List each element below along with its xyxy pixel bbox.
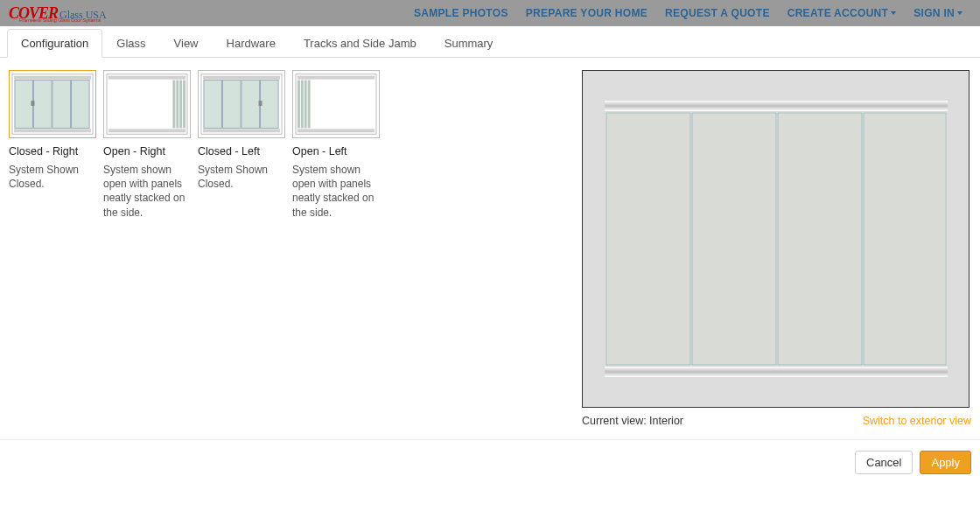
svg-rect-36	[864, 113, 946, 365]
svg-rect-3	[15, 80, 33, 129]
svg-rect-27	[301, 80, 304, 129]
nav-sign-in[interactable]: SIGN IN	[914, 7, 962, 19]
option-closed-left[interactable]: Closed - Left System Shown Closed.	[198, 70, 285, 427]
tab-hardware[interactable]: Hardware	[213, 29, 290, 58]
option-closed-right[interactable]: Closed - Right System Shown Closed.	[9, 70, 96, 427]
svg-rect-25	[298, 129, 374, 132]
option-desc: System Shown Closed.	[9, 163, 96, 191]
svg-rect-13	[179, 80, 182, 129]
svg-rect-10	[108, 129, 186, 132]
option-title: Open - Left	[292, 145, 380, 158]
svg-rect-19	[222, 80, 241, 129]
option-open-right[interactable]: Open - Right System shown open with pane…	[103, 70, 191, 427]
svg-rect-22	[259, 101, 262, 106]
svg-rect-17	[203, 129, 280, 132]
nav-sign-in-label: SIGN IN	[914, 7, 955, 19]
switch-view-link[interactable]: Switch to exterior view	[863, 415, 971, 427]
option-title: Open - Right	[103, 145, 191, 158]
footer-actions: Cancel Apply	[0, 439, 980, 485]
chevron-down-icon	[957, 11, 962, 15]
option-open-left[interactable]: Open - Left System shown open with panel…	[292, 70, 380, 427]
tab-configuration[interactable]: Configuration	[7, 29, 102, 58]
svg-rect-32	[605, 367, 948, 377]
thumb-closed-left	[198, 70, 285, 138]
tab-glass[interactable]: Glass	[102, 29, 159, 58]
svg-rect-28	[304, 80, 307, 129]
svg-rect-24	[298, 76, 374, 80]
svg-rect-2	[14, 129, 91, 132]
svg-rect-9	[108, 76, 186, 80]
svg-rect-21	[261, 80, 279, 129]
svg-rect-35	[778, 113, 862, 365]
svg-rect-16	[203, 76, 280, 80]
thumb-closed-right	[9, 70, 96, 138]
svg-rect-12	[176, 80, 178, 129]
tab-tracks[interactable]: Tracks and Side Jamb	[290, 29, 430, 58]
option-desc: System shown open with panels neatly sta…	[103, 163, 191, 220]
nav-prepare-home[interactable]: PREPARE YOUR HOME	[526, 7, 648, 19]
svg-rect-20	[242, 80, 260, 129]
preview-area: Current view: Interior Switch to exterio…	[582, 70, 971, 427]
svg-rect-7	[32, 101, 35, 106]
thumb-open-right	[103, 70, 191, 138]
thumb-open-left	[292, 70, 380, 138]
option-desc: System Shown Closed.	[198, 163, 285, 191]
nav-create-account[interactable]: CREATE ACCOUNT	[788, 7, 897, 19]
nav-sample-photos[interactable]: SAMPLE PHOTOS	[414, 7, 508, 19]
tab-view[interactable]: View	[160, 29, 213, 58]
brand-logo: COVER Glass USA Frameless Sliding Glass …	[9, 4, 107, 23]
apply-button[interactable]: Apply	[920, 451, 971, 474]
nav-create-account-label: CREATE ACCOUNT	[788, 7, 889, 19]
nav-request-quote[interactable]: REQUEST A QUOTE	[665, 7, 770, 19]
top-header: COVER Glass USA Frameless Sliding Glass …	[0, 0, 980, 26]
preview-frame	[582, 70, 970, 408]
svg-rect-26	[298, 80, 300, 129]
svg-rect-33	[606, 113, 690, 365]
svg-rect-1	[14, 76, 91, 80]
option-desc: System shown open with panels neatly sta…	[292, 163, 380, 220]
option-title: Closed - Right	[9, 145, 96, 158]
chevron-down-icon	[891, 11, 896, 15]
configuration-options: Closed - Right System Shown Closed. Open…	[9, 70, 564, 427]
svg-rect-11	[172, 80, 175, 129]
current-view-label: Current view: Interior	[582, 415, 683, 427]
svg-rect-31	[605, 101, 948, 111]
svg-rect-6	[72, 80, 90, 129]
svg-rect-29	[308, 80, 311, 129]
tab-summary[interactable]: Summary	[430, 29, 508, 58]
main-nav: SAMPLE PHOTOS PREPARE YOUR HOME REQUEST …	[414, 7, 971, 19]
svg-rect-4	[33, 80, 52, 129]
option-title: Closed - Left	[198, 145, 285, 158]
config-tabs: Configuration Glass View Hardware Tracks…	[0, 28, 980, 58]
svg-rect-34	[692, 113, 776, 365]
logo-tagline: Frameless Sliding Glass Door Systems	[19, 18, 101, 23]
cancel-button[interactable]: Cancel	[855, 451, 913, 474]
svg-rect-5	[52, 80, 71, 129]
svg-rect-18	[204, 80, 222, 129]
svg-rect-14	[183, 80, 186, 129]
